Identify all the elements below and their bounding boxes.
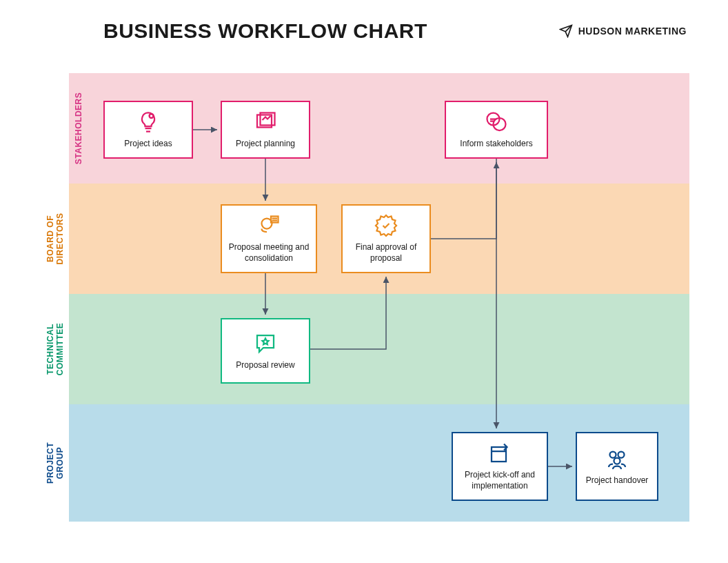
node-proposal-meeting: Proposal meeting and consolidation bbox=[221, 204, 317, 273]
node-proposal-review: Proposal review bbox=[221, 318, 310, 384]
node-kickoff: Project kick-off and implementation bbox=[452, 432, 548, 501]
node-label: Project handover bbox=[586, 475, 649, 486]
lightbulb-icon bbox=[136, 110, 161, 135]
node-label: Project ideas bbox=[124, 139, 172, 150]
document-icon bbox=[253, 110, 278, 135]
swimlane-container: STAKEHOLDERS BOARD OF DIRECTORS TECHNICA… bbox=[69, 73, 689, 522]
node-final-approval: Final approval of proposal bbox=[341, 204, 431, 273]
node-label: Proposal review bbox=[236, 360, 294, 371]
node-label: Project kick-off and implementation bbox=[458, 470, 541, 491]
review-icon bbox=[253, 331, 278, 356]
lane-technical: TECHNICAL COMMITTEE bbox=[69, 294, 689, 404]
page-title: BUSINESS WORKFLOW CHART bbox=[103, 19, 427, 43]
lane-label-board: BOARD OF DIRECTORS bbox=[46, 197, 65, 280]
svg-point-9 bbox=[618, 452, 625, 458]
node-project-planning: Project planning bbox=[221, 101, 310, 159]
node-inform-stakeholders: Inform stakeholders bbox=[445, 101, 548, 159]
lane-label-technical: TECHNICAL COMMITTEE bbox=[46, 308, 65, 391]
svg-point-8 bbox=[610, 452, 616, 458]
node-project-ideas: Project ideas bbox=[103, 101, 193, 159]
paper-plane-icon bbox=[559, 24, 573, 38]
kickoff-icon bbox=[487, 441, 512, 466]
node-label: Project planning bbox=[236, 139, 295, 150]
node-label: Proposal meeting and consolidation bbox=[228, 242, 310, 264]
lane-label-stakeholders: STAKEHOLDERS bbox=[74, 92, 83, 164]
meeting-icon bbox=[256, 213, 281, 238]
brand-logo: HUDSON MARKETING bbox=[559, 24, 687, 38]
chat-icon bbox=[484, 110, 509, 135]
team-icon bbox=[605, 446, 629, 471]
approval-icon bbox=[374, 213, 398, 238]
svg-point-10 bbox=[614, 458, 620, 464]
node-label: Final approval of proposal bbox=[348, 242, 424, 264]
node-handover: Project handover bbox=[576, 432, 658, 501]
node-label: Inform stakeholders bbox=[460, 139, 532, 150]
lane-label-project: PROJECT GROUP bbox=[46, 428, 65, 497]
